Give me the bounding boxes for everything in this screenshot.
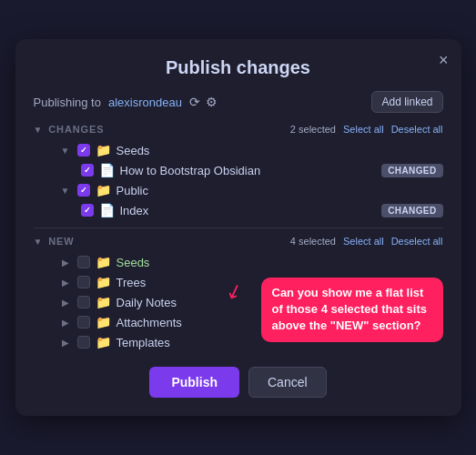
publish-modal: × Publish changes Publishing to alexisro…	[15, 39, 461, 416]
new-seeds-expand[interactable]: ▶	[59, 256, 72, 268]
public-checkbox[interactable]	[77, 184, 90, 197]
seeds-label: Seeds	[116, 144, 150, 157]
refresh-icon[interactable]: ⟳	[189, 95, 200, 109]
new-trees-checkbox[interactable]	[77, 276, 90, 288]
new-templates-folder-icon: 📁	[96, 335, 111, 349]
new-seeds-item: ▶ 📁 Seeds	[34, 252, 443, 272]
changes-chevron[interactable]: ▼	[34, 125, 44, 135]
publishing-user-link[interactable]: alexisrondeau	[108, 96, 182, 109]
index-checkbox[interactable]	[81, 204, 94, 217]
new-trees-expand[interactable]: ▶	[59, 276, 72, 288]
changes-label: CHANGES	[48, 124, 104, 135]
publishing-icons: ⟳ ⚙	[189, 95, 218, 109]
new-seeds-label: Seeds	[116, 256, 150, 269]
new-attach-expand[interactable]: ▶	[59, 316, 72, 329]
new-attach-label: Attachments	[116, 316, 182, 329]
new-templates-checkbox[interactable]	[77, 336, 90, 349]
new-trees-label: Trees	[116, 276, 147, 289]
new-label: NEW	[48, 236, 74, 247]
bootstrap-label: How to Bootstrap Obsidian	[120, 164, 261, 177]
index-file-item: 📄 Index CHANGED	[34, 200, 443, 220]
add-linked-button[interactable]: Add linked	[371, 91, 442, 113]
new-seeds-folder-icon: 📁	[96, 255, 111, 269]
seeds-folder-icon: 📁	[96, 143, 111, 157]
section-divider	[34, 228, 443, 228]
new-daily-checkbox[interactable]	[77, 296, 90, 308]
publish-button[interactable]: Publish	[149, 367, 239, 398]
bootstrap-file-item: 📄 How to Bootstrap Obsidian CHANGED	[34, 160, 443, 180]
modal-title: Publish changes	[34, 57, 443, 78]
changes-section-header: ▼ CHANGES 2 selected Select all Deselect…	[34, 124, 443, 135]
bootstrap-changed-badge: CHANGED	[381, 164, 442, 177]
seeds-checkbox[interactable]	[77, 144, 90, 157]
new-chevron[interactable]: ▼	[34, 237, 44, 247]
changes-deselect-all[interactable]: Deselect all	[391, 124, 443, 135]
new-daily-folder-icon: 📁	[96, 295, 111, 309]
new-daily-expand[interactable]: ▶	[59, 296, 72, 308]
index-file-icon: 📄	[99, 203, 115, 217]
new-deselect-all[interactable]: Deselect all	[391, 236, 443, 247]
publishing-row: Publishing to alexisrondeau ⟳ ⚙ Add link…	[34, 91, 443, 113]
new-attach-folder-icon: 📁	[96, 315, 111, 329]
changes-select-all[interactable]: Select all	[343, 124, 384, 135]
cancel-button[interactable]: Cancel	[248, 367, 327, 398]
public-label: Public	[116, 184, 148, 197]
new-header-right: 4 selected Select all Deselect all	[290, 236, 443, 247]
bootstrap-checkbox[interactable]	[81, 164, 94, 177]
public-expand-icon[interactable]: ▼	[59, 184, 72, 197]
changes-header-right: 2 selected Select all Deselect all	[290, 124, 443, 135]
settings-icon[interactable]: ⚙	[206, 95, 218, 109]
new-daily-label: Daily Notes	[116, 296, 177, 309]
seeds-expand-icon[interactable]: ▼	[59, 144, 72, 157]
new-templates-label: Templates	[116, 336, 170, 349]
bootstrap-file-icon: 📄	[99, 163, 115, 177]
public-folder-icon: 📁	[96, 183, 111, 197]
publishing-label: Publishing to	[34, 96, 101, 109]
new-templates-expand[interactable]: ▶	[59, 336, 72, 349]
close-button[interactable]: ×	[439, 52, 449, 68]
new-trees-folder-icon: 📁	[96, 275, 111, 289]
changes-public-folder: ▼ 📁 Public	[34, 180, 443, 200]
new-select-all[interactable]: Select all	[343, 236, 384, 247]
new-section-header: ▼ NEW 4 selected Select all Deselect all	[34, 236, 443, 247]
modal-footer: Publish Cancel	[34, 367, 443, 398]
new-attach-checkbox[interactable]	[77, 316, 90, 329]
index-changed-badge: CHANGED	[381, 204, 442, 217]
changes-selected-count: 2 selected	[290, 124, 336, 135]
new-seeds-checkbox[interactable]	[77, 256, 90, 268]
annotation-bubble: Can you show me a flat list of those 4 s…	[261, 278, 443, 342]
new-selected-count: 4 selected	[290, 236, 336, 247]
changes-seeds-folder: ▼ 📁 Seeds	[34, 140, 443, 160]
index-label: Index	[120, 204, 149, 217]
